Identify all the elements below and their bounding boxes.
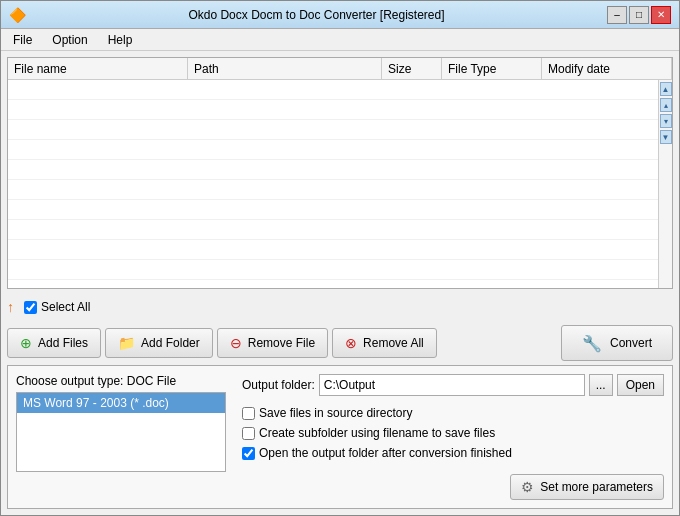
table-row [8, 260, 672, 280]
table-rows [8, 80, 672, 288]
col-header-path: Path [188, 58, 382, 79]
window-title: Okdo Docx Docm to Doc Converter [Registe… [26, 8, 607, 22]
browse-button[interactable]: ... [589, 374, 613, 396]
menu-help[interactable]: Help [100, 31, 141, 49]
convert-label: Convert [610, 336, 652, 350]
table-row [8, 240, 672, 260]
save-source-label: Save files in source directory [259, 406, 412, 420]
add-folder-icon: 📁 [118, 335, 135, 351]
gear-icon: ⚙ [521, 479, 534, 495]
add-files-button[interactable]: ⊕ Add Files [7, 328, 101, 358]
scroll-top-button[interactable]: ▲ [660, 82, 672, 96]
output-type-list[interactable]: MS Word 97 - 2003 (* .doc) [16, 392, 226, 472]
scroll-down-button[interactable]: ▾ [660, 114, 672, 128]
convert-button[interactable]: 🔧 Convert [561, 325, 673, 361]
col-header-filename: File name [8, 58, 188, 79]
col-header-filetype: File Type [442, 58, 542, 79]
table-row [8, 180, 672, 200]
create-subfolder-checkbox[interactable] [242, 427, 255, 440]
menu-file[interactable]: File [5, 31, 40, 49]
remove-all-button[interactable]: ⊗ Remove All [332, 328, 437, 358]
title-bar: 🔶 Okdo Docx Docm to Doc Converter [Regis… [1, 1, 679, 29]
save-source-checkbox[interactable] [242, 407, 255, 420]
remove-all-label: Remove All [363, 336, 424, 350]
table-header: File name Path Size File Type Modify dat… [8, 58, 672, 80]
params-row: ⚙ Set more parameters [242, 468, 664, 500]
maximize-button[interactable]: □ [629, 6, 649, 24]
open-output-checkbox[interactable] [242, 447, 255, 460]
minimize-button[interactable]: – [607, 6, 627, 24]
select-all-label: Select All [41, 300, 90, 314]
file-table: File name Path Size File Type Modify dat… [7, 57, 673, 289]
output-folder-row: Output folder: ... Open [242, 374, 664, 396]
table-row [8, 100, 672, 120]
table-row [8, 120, 672, 140]
menu-option[interactable]: Option [44, 31, 95, 49]
remove-file-icon: ⊖ [230, 335, 242, 351]
open-output-row: Open the output folder after conversion … [242, 446, 664, 460]
output-folder-input[interactable] [319, 374, 585, 396]
table-row [8, 200, 672, 220]
select-all-area: Select All [24, 300, 90, 314]
create-subfolder-row: Create subfolder using filename to save … [242, 426, 664, 440]
main-content: File name Path Size File Type Modify dat… [1, 51, 679, 515]
back-arrow-icon: ↑ [7, 299, 14, 315]
add-folder-button[interactable]: 📁 Add Folder [105, 328, 213, 358]
add-files-icon: ⊕ [20, 335, 32, 351]
scroll-up-button[interactable]: ▴ [660, 98, 672, 112]
table-row [8, 80, 672, 100]
title-bar-controls: – □ ✕ [607, 6, 671, 24]
col-header-size: Size [382, 58, 442, 79]
main-window: 🔶 Okdo Docx Docm to Doc Converter [Regis… [0, 0, 680, 516]
scrollbar[interactable]: ▲ ▴ ▾ ▼ [658, 80, 672, 288]
table-row [8, 220, 672, 240]
output-type-label: Choose output type: DOC File [16, 374, 226, 388]
toolbar-row: ↑ Select All [7, 293, 673, 321]
select-all-checkbox[interactable] [24, 301, 37, 314]
add-folder-label: Add Folder [141, 336, 200, 350]
col-header-modifydate: Modify date [542, 58, 672, 79]
remove-file-label: Remove File [248, 336, 315, 350]
close-button[interactable]: ✕ [651, 6, 671, 24]
more-params-label: Set more parameters [540, 480, 653, 494]
output-settings: Output folder: ... Open Save files in so… [242, 374, 664, 500]
output-type-item[interactable]: MS Word 97 - 2003 (* .doc) [17, 393, 225, 413]
output-folder-label: Output folder: [242, 378, 315, 392]
buttons-row: ⊕ Add Files 📁 Add Folder ⊖ Remove File ⊗… [7, 325, 673, 361]
menu-bar: File Option Help [1, 29, 679, 51]
remove-all-icon: ⊗ [345, 335, 357, 351]
table-row [8, 160, 672, 180]
open-output-label: Open the output folder after conversion … [259, 446, 512, 460]
remove-file-button[interactable]: ⊖ Remove File [217, 328, 328, 358]
open-folder-button[interactable]: Open [617, 374, 664, 396]
convert-icon: 🔧 [582, 334, 602, 353]
create-subfolder-label: Create subfolder using filename to save … [259, 426, 495, 440]
scroll-bottom-button[interactable]: ▼ [660, 130, 672, 144]
add-files-label: Add Files [38, 336, 88, 350]
more-params-button[interactable]: ⚙ Set more parameters [510, 474, 664, 500]
output-type-section: Choose output type: DOC File MS Word 97 … [16, 374, 226, 500]
title-bar-icon: 🔶 [9, 7, 26, 23]
table-row [8, 140, 672, 160]
save-source-row: Save files in source directory [242, 406, 664, 420]
bottom-panel: Choose output type: DOC File MS Word 97 … [7, 365, 673, 509]
